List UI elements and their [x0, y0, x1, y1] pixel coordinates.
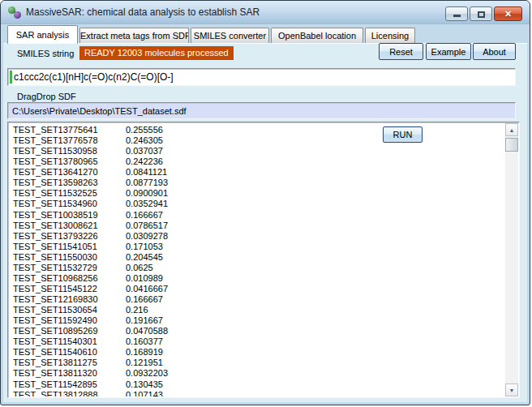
list-item[interactable]: TEST_SET137932260.0309278: [10, 231, 504, 242]
molecule-id: TEST_SET13811275: [10, 358, 126, 368]
molecule-id: TEST_SET13793226: [10, 231, 126, 242]
molecule-app-icon: [8, 6, 22, 19]
molecule-value: 0.204545: [126, 252, 504, 263]
smiles-input-box: [7, 68, 516, 86]
purple-atom-icon: [14, 11, 21, 19]
molecule-value: 0.0625: [126, 263, 504, 273]
status-badge: READY 12003 molecules processed: [79, 46, 234, 60]
list-item[interactable]: TEST_SET115327290.0625: [10, 263, 504, 273]
tab-sar-analysis[interactable]: SAR analysis: [7, 25, 78, 44]
list-item[interactable]: TEST_SET115349600.0352941: [10, 199, 504, 209]
molecule-id: TEST_SET11550030: [10, 252, 126, 263]
molecule-id: TEST_SET13008621: [10, 221, 126, 231]
molecule-value: 0.0932203: [126, 368, 504, 379]
list-item[interactable]: TEST_SET108952690.0470588: [10, 326, 504, 336]
list-item[interactable]: TEST_SET115500300.204545: [10, 252, 504, 263]
list-item[interactable]: TEST_SET100385190.166667: [10, 210, 504, 221]
list-item[interactable]: TEST_SET115406100.168919: [10, 347, 504, 358]
sdf-path-box: [7, 102, 516, 119]
molecule-id: TEST_SET10968256: [10, 273, 126, 284]
molecule-id: TEST_SET10895269: [10, 326, 126, 336]
maximize-icon: [478, 11, 485, 18]
list-item[interactable]: TEST_SET121698300.166667: [10, 294, 504, 305]
maximize-button[interactable]: [470, 6, 492, 21]
tab-smiles-converter[interactable]: SMILES converter: [191, 28, 269, 44]
molecule-id: TEST_SET11541051: [10, 242, 126, 252]
molecule-id: TEST_SET11545122: [10, 284, 126, 294]
minimize-button[interactable]: [445, 6, 468, 21]
molecule-value: 0.191667: [126, 315, 504, 326]
smiles-string-label: SMILES string: [17, 49, 74, 58]
molecule-value: 0.246305: [126, 135, 504, 146]
molecule-id: TEST_SET11540301: [10, 336, 126, 347]
sdf-path-input[interactable]: [12, 104, 513, 118]
vertical-scrollbar[interactable]: ▲ ▼: [505, 123, 518, 396]
molecule-value: 0.0841121: [126, 167, 504, 178]
list-item[interactable]: TEST_SET115451220.0416667: [10, 284, 504, 294]
list-item[interactable]: TEST_SET130086210.0786517: [10, 221, 504, 231]
run-button[interactable]: RUN: [383, 126, 423, 143]
molecule-id: TEST_SET11532525: [10, 188, 126, 199]
list-item[interactable]: TEST_SET109682560.010989: [10, 273, 504, 284]
molecule-id: TEST_SET13641270: [10, 167, 126, 178]
reset-button[interactable]: Reset: [379, 43, 423, 60]
molecule-id: TEST_SET13598263: [10, 178, 126, 188]
list-item[interactable]: TEST_SET115309580.037037: [10, 146, 504, 156]
molecule-value: 0.166667: [126, 210, 504, 221]
molecule-id: TEST_SET11530654: [10, 305, 126, 315]
list-item[interactable]: TEST_SET136412700.0841121: [10, 167, 504, 178]
list-item[interactable]: TEST_SET115325250.0900901: [10, 188, 504, 199]
close-button[interactable]: ✕: [494, 6, 522, 21]
scrollbar-thumb[interactable]: [505, 138, 518, 152]
molecule-value: 0.0877193: [126, 178, 504, 188]
list-item[interactable]: TEST_SET135982630.0877193: [10, 178, 504, 188]
molecule-value: 0.130435: [126, 379, 504, 390]
results-rows: TEST_SET137756410.255556TEST_SET13776578…: [10, 123, 504, 396]
molecule-id: TEST_SET13776578: [10, 135, 126, 146]
about-button[interactable]: About: [473, 43, 516, 60]
scroll-down-icon: ▼: [509, 388, 515, 393]
molecule-value: 0.0470588: [126, 326, 504, 336]
molecule-value: 0.0309278: [126, 231, 504, 242]
molecule-value: 0.121951: [126, 358, 504, 368]
tab-openbabel-location[interactable]: OpenBabel location: [271, 28, 363, 44]
scroll-up-button[interactable]: ▲: [505, 123, 518, 136]
molecule-value: 0.0416667: [126, 284, 504, 294]
tab-extract-meta-tags[interactable]: Extract meta tags from SDF: [79, 28, 189, 44]
smiles-input[interactable]: [14, 70, 513, 84]
molecule-value: 0.168919: [126, 347, 504, 358]
molecule-id: TEST_SET11534960: [10, 199, 126, 209]
tab-licensing[interactable]: Licensing: [365, 28, 415, 44]
list-item[interactable]: TEST_SET138113200.0932203: [10, 368, 504, 379]
window-title: MassiveSAR: chemical data analysis to es…: [26, 1, 260, 24]
molecule-value: 0.107143: [126, 390, 504, 396]
results-listbox: TEST_SET137756410.255556TEST_SET13776578…: [7, 122, 520, 398]
text-caret: [10, 71, 12, 84]
window-controls: ✕: [445, 6, 522, 21]
list-item[interactable]: TEST_SET115410510.171053: [10, 242, 504, 252]
list-item[interactable]: TEST_SET115924900.191667: [10, 315, 504, 326]
molecule-id: TEST_SET11542895: [10, 379, 126, 390]
list-item[interactable]: TEST_SET137809650.242236: [10, 156, 504, 167]
molecule-id: TEST_SET10038519: [10, 210, 126, 221]
molecule-value: 0.242236: [126, 156, 504, 167]
molecule-value: 0.160377: [126, 336, 504, 347]
list-item[interactable]: TEST_SET137756410.255556: [10, 125, 504, 135]
molecule-value: 0.171053: [126, 242, 504, 252]
list-item[interactable]: TEST_SET138128880.107143: [10, 390, 504, 396]
titlebar[interactable]: MassiveSAR: chemical data analysis to es…: [1, 1, 530, 24]
molecule-value: 0.255556: [126, 125, 504, 135]
molecule-id: TEST_SET12169830: [10, 294, 126, 305]
molecule-value: 0.037037: [126, 146, 504, 156]
molecule-value: 0.0900901: [126, 188, 504, 199]
list-item[interactable]: TEST_SET115428950.130435: [10, 379, 504, 390]
list-item[interactable]: TEST_SET115403010.160377: [10, 336, 504, 347]
molecule-value: 0.166667: [126, 294, 504, 305]
list-item[interactable]: TEST_SET138112750.121951: [10, 358, 504, 368]
molecule-id: TEST_SET11540610: [10, 347, 126, 358]
list-item[interactable]: TEST_SET137765780.246305: [10, 135, 504, 146]
scroll-down-button[interactable]: ▼: [505, 383, 518, 396]
molecule-value: 0.0786517: [126, 221, 504, 231]
example-button[interactable]: Example: [426, 43, 471, 60]
list-item[interactable]: TEST_SET115306540.216: [10, 305, 504, 315]
